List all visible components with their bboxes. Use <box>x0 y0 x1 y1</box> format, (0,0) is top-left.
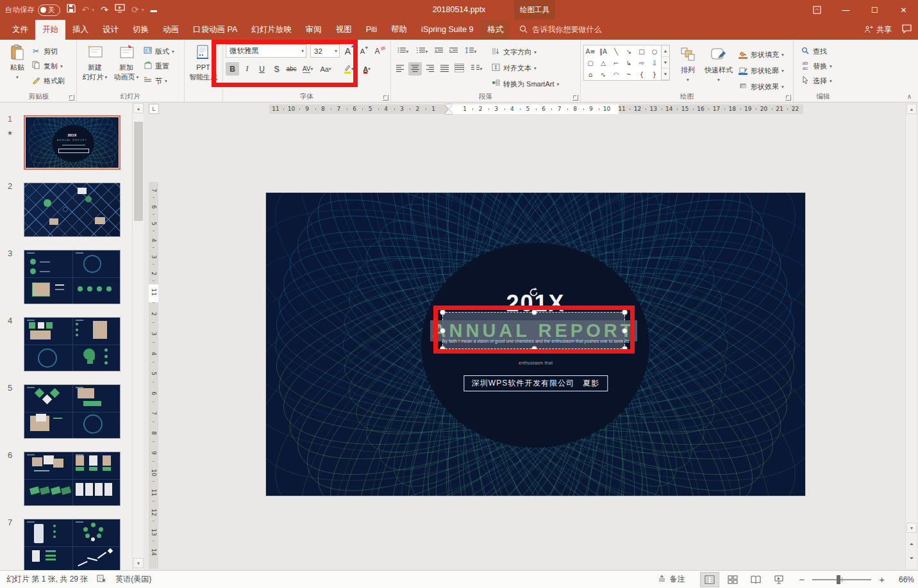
cut-button[interactable]: ✂剪切 <box>31 45 65 58</box>
handle-top-center[interactable] <box>531 309 537 315</box>
shape-scribble-icon[interactable]: ∿ <box>597 69 610 80</box>
clipboard-dialog-launcher[interactable] <box>69 95 74 101</box>
rotate-handle[interactable] <box>528 287 539 300</box>
zoom-in-button[interactable]: + <box>879 574 885 585</box>
tab-帮助[interactable]: 帮助 <box>384 20 414 40</box>
text-shadow-button[interactable]: S <box>270 62 283 76</box>
paragraph-dialog-launcher[interactable] <box>572 95 578 101</box>
tab-插入[interactable]: 插入 <box>65 20 96 40</box>
shape-arrow-line-icon[interactable]: ↘ <box>622 45 635 57</box>
qat-customize-icon[interactable]: ▬ <box>151 0 157 20</box>
clear-formatting-button[interactable]: A <box>371 44 384 58</box>
shape-right-arrow-icon[interactable]: ⇨ <box>635 57 648 69</box>
grow-font-button[interactable]: A▲ <box>341 44 355 58</box>
character-spacing-button[interactable]: AV▾ <box>299 62 316 76</box>
zoom-out-button[interactable]: − <box>799 574 805 585</box>
handle-bottom-left[interactable] <box>440 346 446 352</box>
thumb-scroll-down-icon[interactable]: ▼ <box>133 558 144 568</box>
format-painter-button[interactable]: 格式刷 <box>31 74 65 87</box>
shape-triangle-icon[interactable]: △ <box>597 57 610 69</box>
decrease-indent-button[interactable] <box>432 45 446 58</box>
shrink-font-button[interactable]: A▼ <box>356 44 369 58</box>
bullets-button[interactable]: ▾ <box>394 45 412 58</box>
close-button[interactable]: ✕ <box>889 0 918 20</box>
view-slide-sorter-button[interactable] <box>723 572 742 587</box>
shape-freeform-icon[interactable]: ⌂ <box>584 69 597 80</box>
start-slideshow-icon[interactable] <box>115 0 125 20</box>
tab-动画[interactable]: 动画 <box>156 20 186 40</box>
selected-text-box[interactable]: ANNUAL REPORT <box>442 312 625 349</box>
layout-button[interactable]: 版式▾ <box>142 45 174 58</box>
thumb-scroll-thumb[interactable] <box>134 122 143 221</box>
undo-icon[interactable]: ↶ <box>82 0 90 20</box>
slide-thumbnail-7[interactable] <box>24 519 121 570</box>
shape-rectangle-icon[interactable]: □ <box>635 45 648 57</box>
shape-oval-icon[interactable]: ○ <box>648 45 661 57</box>
arrange-button[interactable]: 排列 ▾ <box>674 45 702 88</box>
spellcheck-icon[interactable] <box>97 574 106 585</box>
save-icon[interactable] <box>67 0 76 20</box>
share-button[interactable]: 共享 <box>864 24 892 35</box>
tab-设计[interactable]: 设计 <box>96 20 126 40</box>
first-line-indent-marker[interactable] <box>445 104 453 109</box>
view-normal-button[interactable] <box>700 572 719 587</box>
ppt-smart-gen-button[interactable]: PPT 智能生成 <box>187 42 219 91</box>
tab-开始[interactable]: 开始 <box>35 20 65 40</box>
slide-thumbnail-4[interactable] <box>24 317 121 372</box>
line-spacing-button[interactable]: ▾ <box>462 45 480 58</box>
replace-button[interactable]: abac替换▾ <box>800 60 850 72</box>
text-highlight-button[interactable]: ▾ <box>340 62 357 76</box>
shape-outline-button[interactable]: 形状轮廓▾ <box>738 63 784 78</box>
shapes-scroll-down-icon[interactable]: ▼ <box>662 57 669 69</box>
tab-审阅[interactable]: 审阅 <box>299 20 329 40</box>
shape-curve-icon[interactable]: ~ <box>622 69 635 80</box>
align-center-button[interactable] <box>408 62 422 76</box>
next-slide-button[interactable]: ⏷ <box>906 553 917 564</box>
slide-thumbnail-1[interactable]: 201XANNUAL REPORT <box>24 115 121 170</box>
tab-幻灯片放映[interactable]: 幻灯片放映 <box>244 20 299 40</box>
text-fit-button[interactable] <box>453 62 466 76</box>
shape-down-arrow-icon[interactable]: ⇩ <box>648 57 661 69</box>
previous-slide-button[interactable]: ⏶ <box>906 539 917 550</box>
minimize-button[interactable]: — <box>831 0 860 20</box>
notes-button[interactable]: 备注 <box>658 574 685 585</box>
font-name-combo[interactable]: 微软雅黑 ▾ <box>226 44 306 58</box>
font-size-combo[interactable]: 32 ▾ <box>310 44 340 58</box>
find-button[interactable]: 查找 <box>800 45 850 58</box>
bold-button[interactable]: B <box>226 62 239 76</box>
tab-文件[interactable]: 文件 <box>5 20 35 40</box>
justify-button[interactable] <box>438 62 451 76</box>
handle-middle-left[interactable] <box>440 328 446 334</box>
shape-elbow-icon[interactable]: ⌐ <box>610 57 622 69</box>
slide-counter[interactable]: 幻灯片 第 1 张, 共 29 张 <box>6 574 88 585</box>
shape-elbow-arrow-icon[interactable]: ↳ <box>622 57 635 69</box>
main-scroll-down-icon[interactable]: ▼ <box>906 523 917 533</box>
language-indicator[interactable]: 英语(美国) <box>115 574 151 585</box>
shapes-more-icon[interactable]: ▼ <box>662 69 669 80</box>
slide-thumbnail-3[interactable] <box>24 250 121 304</box>
main-scroll-up-icon[interactable]: ▲ <box>906 104 917 114</box>
shape-arc-icon[interactable]: ◠ <box>610 69 622 80</box>
shapes-scroll-up-icon[interactable]: ▲ <box>662 45 669 57</box>
company-text-box[interactable]: 深圳WPS软件开发有限公司 夏影 <box>463 375 608 391</box>
zoom-slider[interactable] <box>812 579 871 580</box>
shape-rounded-rectangle-icon[interactable]: ▢ <box>584 57 597 69</box>
reset-button[interactable]: 重置 <box>142 60 174 72</box>
shape-left-brace-icon[interactable]: { <box>635 69 648 80</box>
collapse-ribbon-icon[interactable]: ∧ <box>907 93 912 100</box>
slide-thumbnail-5[interactable] <box>24 384 121 439</box>
slide-thumbnail-2[interactable] <box>24 183 121 237</box>
italic-button[interactable]: I <box>240 62 254 76</box>
shape-right-brace-icon[interactable]: } <box>648 69 661 80</box>
change-case-button[interactable]: Aa▾ <box>317 62 334 76</box>
convert-smartart-button[interactable]: 转换为 SmartArt▾ <box>490 77 559 91</box>
numbering-button[interactable]: ▾ <box>413 45 431 58</box>
sync-icon[interactable]: ⟳ <box>131 0 139 20</box>
slide-editing-area[interactable]: 201X ANNUAL REPORT By faith I mean a vis… <box>266 193 805 496</box>
maximize-button[interactable]: ☐ <box>860 0 889 20</box>
shape-effects-button[interactable]: 形状效果▾ <box>738 79 784 94</box>
handle-bottom-center[interactable] <box>531 346 537 352</box>
underline-button[interactable]: U <box>255 62 269 76</box>
view-reading-button[interactable] <box>746 572 765 587</box>
section-button[interactable]: 节▾ <box>142 74 174 87</box>
